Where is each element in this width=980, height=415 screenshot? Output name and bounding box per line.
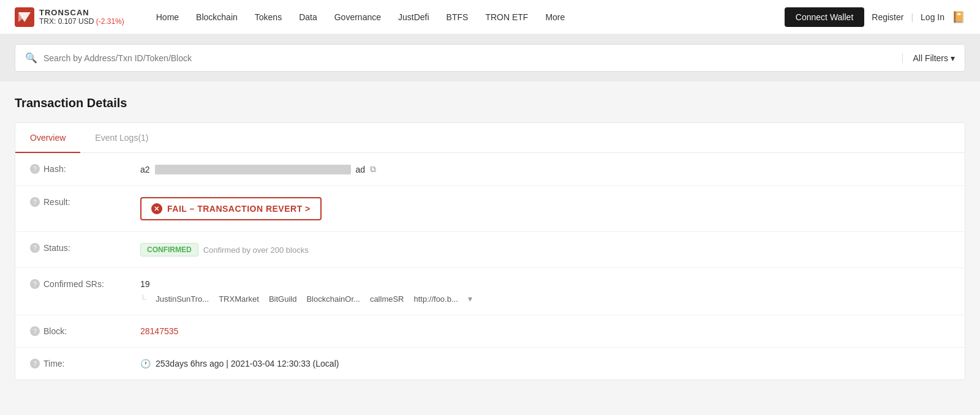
- sr-item-3[interactable]: BlockchainOr...: [306, 294, 360, 304]
- sr-expand-icon[interactable]: ▾: [468, 294, 472, 304]
- main-nav: Home Blockchain Tokens Data Governance J…: [149, 7, 785, 27]
- confirmed-srs-value: 19 └ JustinSunTro... TRXMarket BitGuild …: [140, 279, 950, 304]
- hash-help-icon[interactable]: ?: [30, 164, 40, 174]
- clock-icon: 🕐: [140, 359, 151, 368]
- trx-price: TRX: 0.107 USD (-2.31%): [39, 17, 124, 26]
- time-label: ? Time:: [30, 359, 140, 368]
- fail-icon: ✕: [151, 203, 162, 214]
- search-icon: 🔍: [25, 52, 37, 64]
- copy-hash-icon[interactable]: ⧉: [370, 164, 376, 174]
- nav-data[interactable]: Data: [292, 7, 325, 27]
- block-link[interactable]: 28147535: [140, 326, 178, 336]
- status-help-icon[interactable]: ?: [30, 243, 40, 253]
- result-row: ? Result: ✕ FAIL – TRANSACTION REVERT >: [15, 186, 965, 232]
- sr-item-0[interactable]: JustinSunTro...: [156, 294, 209, 304]
- nav-more[interactable]: More: [538, 7, 572, 27]
- confirmed-desc: Confirmed by over 200 blocks: [203, 245, 309, 255]
- logo: TRONSCAN TRX: 0.107 USD (-2.31%): [15, 7, 124, 27]
- fail-transaction-revert-badge[interactable]: ✕ FAIL – TRANSACTION REVERT >: [140, 197, 322, 220]
- header-right: Connect Wallet Register | Log In 📔: [785, 7, 965, 27]
- confirmed-badge: CONFIRMED: [140, 243, 198, 256]
- nav-home[interactable]: Home: [149, 7, 186, 27]
- trx-change: (-2.31%): [96, 17, 124, 26]
- tabs: Overview Event Logs(1): [15, 123, 965, 153]
- confirmed-srs-label: ? Confirmed SRs:: [30, 279, 140, 289]
- login-link[interactable]: Log In: [921, 12, 944, 22]
- sr-item-1[interactable]: TRXMarket: [219, 294, 259, 304]
- connect-wallet-button[interactable]: Connect Wallet: [785, 7, 864, 27]
- tab-event-logs[interactable]: Event Logs(1): [80, 123, 163, 152]
- all-filters-button[interactable]: All Filters ▾: [902, 53, 955, 63]
- result-value: ✕ FAIL – TRANSACTION REVERT >: [140, 197, 950, 220]
- confirmed-srs-help-icon[interactable]: ?: [30, 279, 40, 289]
- transaction-details-card: Overview Event Logs(1) ? Hash: a2 ad ⧉: [15, 122, 965, 380]
- logo-text: TRONSCAN: [39, 8, 124, 17]
- search-section: 🔍 All Filters ▾: [0, 34, 980, 81]
- details-panel: ? Hash: a2 ad ⧉ ? Result: ✕: [15, 153, 965, 379]
- page-title: Transaction Details: [15, 96, 965, 110]
- nav-tron-etf[interactable]: TRON ETF: [478, 7, 535, 27]
- time-text: 253days 6hrs ago | 2021-03-04 12:30:33 (…: [156, 359, 339, 368]
- status-value: CONFIRMED Confirmed by over 200 blocks: [140, 243, 950, 256]
- hash-label: ? Hash:: [30, 164, 140, 174]
- time-value: 🕐 253days 6hrs ago | 2021-03-04 12:30:33…: [140, 359, 950, 368]
- block-help-icon[interactable]: ?: [30, 326, 40, 336]
- tab-overview[interactable]: Overview: [15, 123, 80, 152]
- status-label: ? Status:: [30, 243, 140, 253]
- sr-item-4[interactable]: callmeSR: [370, 294, 404, 304]
- confirmed-srs-count: 19: [140, 279, 150, 289]
- tronscan-logo-icon: [15, 7, 34, 27]
- nav-btfs[interactable]: BTFS: [439, 7, 476, 27]
- sr-indent-icon: └: [140, 294, 146, 304]
- chevron-down-icon: ▾: [951, 53, 955, 63]
- hash-prefix: a2: [140, 165, 150, 174]
- sr-item-2[interactable]: BitGuild: [269, 294, 297, 304]
- nav-governance[interactable]: Governance: [327, 7, 388, 27]
- search-bar: 🔍 All Filters ▾: [15, 44, 965, 72]
- hash-redacted: [155, 165, 351, 174]
- block-label: ? Block:: [30, 326, 140, 336]
- nav-blockchain[interactable]: Blockchain: [189, 7, 245, 27]
- sr-list: └ JustinSunTro... TRXMarket BitGuild Blo…: [140, 294, 472, 304]
- sr-item-5[interactable]: http://foo.b...: [414, 294, 458, 304]
- time-row: ? Time: 🕐 253days 6hrs ago | 2021-03-04 …: [15, 348, 965, 379]
- status-row: ? Status: CONFIRMED Confirmed by over 20…: [15, 232, 965, 268]
- nav-tokens[interactable]: Tokens: [247, 7, 289, 27]
- result-label: ? Result:: [30, 197, 140, 207]
- hash-suffix: ad: [356, 165, 366, 174]
- main-content: Transaction Details Overview Event Logs(…: [0, 81, 980, 395]
- time-help-icon[interactable]: ?: [30, 359, 40, 368]
- hash-value: a2 ad ⧉: [140, 164, 950, 174]
- notifications-icon[interactable]: 📔: [952, 10, 965, 24]
- search-input[interactable]: [43, 53, 902, 63]
- confirmed-srs-row: ? Confirmed SRs: 19 └ JustinSunTro... TR…: [15, 268, 965, 315]
- result-help-icon[interactable]: ?: [30, 197, 40, 207]
- register-link[interactable]: Register: [872, 12, 903, 22]
- hash-row: ? Hash: a2 ad ⧉: [15, 153, 965, 186]
- block-row: ? Block: 28147535: [15, 315, 965, 348]
- result-text: FAIL – TRANSACTION REVERT >: [167, 204, 311, 214]
- header: TRONSCAN TRX: 0.107 USD (-2.31%) Home Bl…: [0, 0, 980, 34]
- block-value: 28147535: [140, 326, 950, 336]
- nav-justdefi[interactable]: JustDefi: [391, 7, 437, 27]
